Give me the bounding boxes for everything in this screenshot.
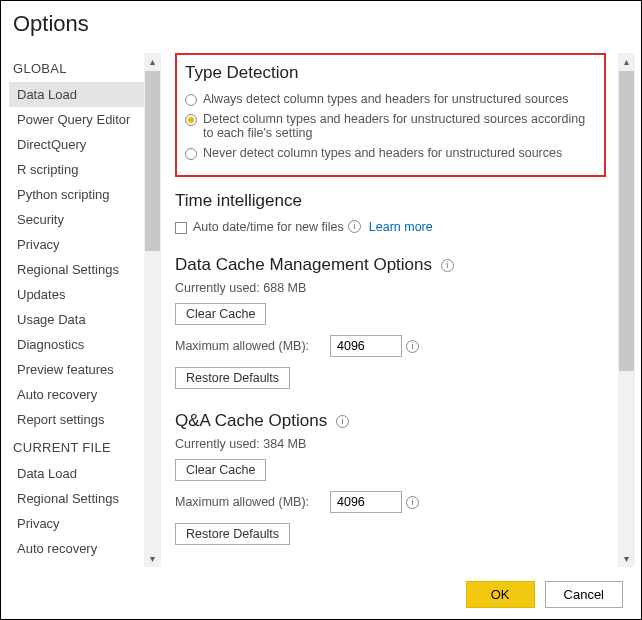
qa-cache-title: Q&A Cache Options i xyxy=(175,411,606,431)
nav-cf-data-load[interactable]: Data Load xyxy=(9,461,144,486)
nav-directquery[interactable]: DirectQuery xyxy=(9,132,144,157)
nav-privacy[interactable]: Privacy xyxy=(9,232,144,257)
restore-qa-cache-button[interactable]: Restore Defaults xyxy=(175,523,290,545)
time-intelligence-title: Time intelligence xyxy=(175,191,606,211)
nav-cf-regional-settings[interactable]: Regional Settings xyxy=(9,486,144,511)
radio-label: Detect column types and headers for unst… xyxy=(203,112,596,140)
main-scrollbar[interactable]: ▴ ▾ xyxy=(618,53,635,567)
auto-date-time-checkbox[interactable] xyxy=(175,222,187,234)
max-allowed-label: Maximum allowed (MB): xyxy=(175,339,330,353)
learn-more-link[interactable]: Learn more xyxy=(369,220,433,234)
clear-data-cache-button[interactable]: Clear Cache xyxy=(175,303,266,325)
data-cache-used: Currently used: 688 MB xyxy=(175,281,606,295)
type-detection-option-per-file[interactable]: Detect column types and headers for unst… xyxy=(185,109,596,143)
sidebar-section-current-file: CURRENT FILE xyxy=(9,432,144,461)
title-text: Q&A Cache Options xyxy=(175,411,327,430)
info-icon[interactable]: i xyxy=(336,415,349,428)
nav-r-scripting[interactable]: R scripting xyxy=(9,157,144,182)
data-cache-max-input[interactable] xyxy=(330,335,402,357)
dialog-footer: OK Cancel xyxy=(1,571,641,620)
type-detection-option-never[interactable]: Never detect column types and headers fo… xyxy=(185,143,596,163)
nav-diagnostics[interactable]: Diagnostics xyxy=(9,332,144,357)
nav-cf-auto-recovery[interactable]: Auto recovery xyxy=(9,536,144,561)
checkbox-label: Auto date/time for new files xyxy=(193,220,344,234)
restore-data-cache-button[interactable]: Restore Defaults xyxy=(175,367,290,389)
nav-regional-settings[interactable]: Regional Settings xyxy=(9,257,144,282)
radio-label: Always detect column types and headers f… xyxy=(203,92,568,106)
cancel-button[interactable]: Cancel xyxy=(545,581,623,608)
type-detection-highlight: Type Detection Always detect column type… xyxy=(175,53,606,177)
radio-icon xyxy=(185,148,197,160)
radio-icon xyxy=(185,94,197,106)
nav-python-scripting[interactable]: Python scripting xyxy=(9,182,144,207)
nav-report-settings[interactable]: Report settings xyxy=(9,407,144,432)
main-panel: Type Detection Always detect column type… xyxy=(161,39,614,571)
info-icon[interactable]: i xyxy=(348,220,361,233)
info-icon[interactable]: i xyxy=(441,259,454,272)
chevron-down-icon[interactable]: ▾ xyxy=(144,550,161,567)
data-cache-title: Data Cache Management Options i xyxy=(175,255,606,275)
nav-usage-data[interactable]: Usage Data xyxy=(9,307,144,332)
sidebar: GLOBAL Data Load Power Query Editor Dire… xyxy=(9,39,144,571)
chevron-up-icon[interactable]: ▴ xyxy=(618,53,635,70)
sidebar-scrollbar[interactable]: ▴ ▾ xyxy=(144,53,161,567)
type-detection-option-always[interactable]: Always detect column types and headers f… xyxy=(185,89,596,109)
chevron-up-icon[interactable]: ▴ xyxy=(144,53,161,70)
qa-cache-max-input[interactable] xyxy=(330,491,402,513)
nav-auto-recovery[interactable]: Auto recovery xyxy=(9,382,144,407)
scrollbar-thumb[interactable] xyxy=(619,71,634,371)
scrollbar-thumb[interactable] xyxy=(145,71,160,251)
type-detection-title: Type Detection xyxy=(185,63,596,83)
info-icon[interactable]: i xyxy=(406,340,419,353)
sidebar-section-global: GLOBAL xyxy=(9,53,144,82)
qa-cache-used: Currently used: 384 MB xyxy=(175,437,606,451)
nav-data-load[interactable]: Data Load xyxy=(9,82,144,107)
nav-cf-privacy[interactable]: Privacy xyxy=(9,511,144,536)
nav-updates[interactable]: Updates xyxy=(9,282,144,307)
radio-icon xyxy=(185,114,197,126)
clear-qa-cache-button[interactable]: Clear Cache xyxy=(175,459,266,481)
ok-button[interactable]: OK xyxy=(466,581,535,608)
dialog-title: Options xyxy=(1,1,641,39)
nav-power-query-editor[interactable]: Power Query Editor xyxy=(9,107,144,132)
nav-security[interactable]: Security xyxy=(9,207,144,232)
max-allowed-label: Maximum allowed (MB): xyxy=(175,495,330,509)
title-text: Data Cache Management Options xyxy=(175,255,432,274)
radio-label: Never detect column types and headers fo… xyxy=(203,146,562,160)
info-icon[interactable]: i xyxy=(406,496,419,509)
nav-preview-features[interactable]: Preview features xyxy=(9,357,144,382)
chevron-down-icon[interactable]: ▾ xyxy=(618,550,635,567)
